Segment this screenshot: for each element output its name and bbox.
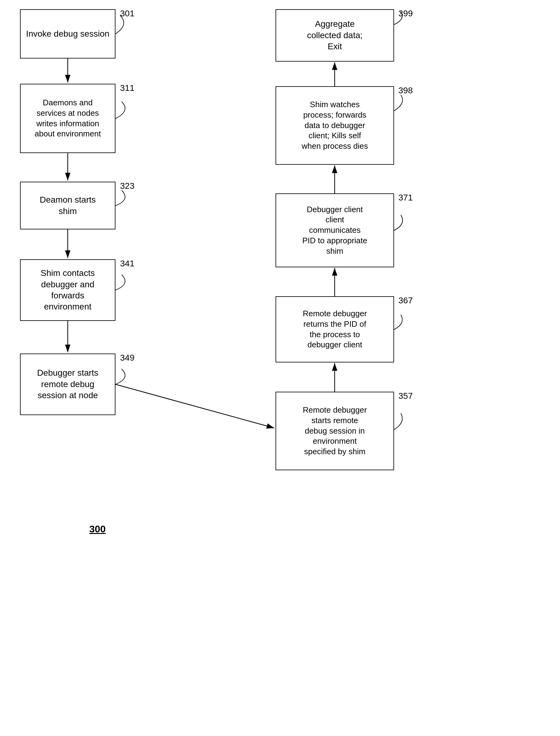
ref-line-398 — [394, 95, 403, 111]
ref-398: 398 — [398, 86, 413, 95]
box-remote-returns: Remote debuggerreturns the PID ofthe pro… — [276, 296, 394, 362]
box-shim-watches-label: Shim watchesprocess; forwardsdata to deb… — [302, 99, 368, 152]
ref-301: 301 — [120, 9, 135, 18]
box-daemons: Daemons andservices at nodeswrites infor… — [20, 84, 115, 153]
box-shim-contacts: Shim contactsdebugger andforwardsenviron… — [20, 259, 115, 321]
box-debugger-starts: Debugger startsremote debugsession at no… — [20, 354, 115, 415]
figure-label: 300 — [89, 524, 106, 535]
diagram-container: Invoke debug session 301 Daemons andserv… — [0, 0, 560, 736]
ref-line-311 — [115, 102, 125, 119]
box-remote-starts: Remote debuggerstarts remotedebug sessio… — [276, 392, 394, 470]
box-invoke-debug-label: Invoke debug session — [26, 28, 110, 39]
box-aggregate-label: Aggregatecollected data;Exit — [307, 18, 363, 52]
box-debugger-client: Debugger clientclientcommunicatesPID to … — [276, 193, 394, 267]
box-daemons-label: Daemons andservices at nodeswrites infor… — [34, 98, 101, 139]
box-debugger-client-label: Debugger clientclientcommunicatesPID to … — [302, 204, 367, 257]
box-aggregate: Aggregatecollected data;Exit — [276, 9, 394, 62]
ref-349: 349 — [120, 353, 135, 363]
box-daemon-shim: Deamon startsshim — [20, 182, 115, 229]
ref-371: 371 — [398, 193, 413, 203]
box-daemon-shim-label: Deamon startsshim — [40, 194, 96, 217]
ref-line-357 — [394, 413, 402, 430]
ref-line-341 — [115, 275, 125, 290]
ref-357: 357 — [398, 391, 413, 401]
box-invoke-debug: Invoke debug session — [20, 9, 115, 59]
ref-323: 323 — [120, 181, 135, 191]
box-shim-contacts-label: Shim contactsdebugger andforwardsenviron… — [41, 268, 95, 313]
ref-line-371 — [394, 215, 403, 230]
ref-341: 341 — [120, 259, 135, 269]
box-shim-watches: Shim watchesprocess; forwardsdata to deb… — [276, 86, 394, 165]
arrow-349-357 — [115, 384, 274, 428]
ref-399: 399 — [398, 9, 413, 18]
box-debugger-starts-label: Debugger startsremote debugsession at no… — [37, 367, 98, 401]
ref-311: 311 — [120, 83, 135, 93]
box-remote-starts-label: Remote debuggerstarts remotedebug sessio… — [303, 405, 367, 457]
ref-line-349 — [115, 369, 125, 384]
ref-line-323 — [115, 190, 125, 206]
ref-line-367 — [394, 315, 402, 330]
box-remote-returns-label: Remote debuggerreturns the PID ofthe pro… — [303, 309, 367, 350]
ref-367: 367 — [398, 296, 413, 305]
